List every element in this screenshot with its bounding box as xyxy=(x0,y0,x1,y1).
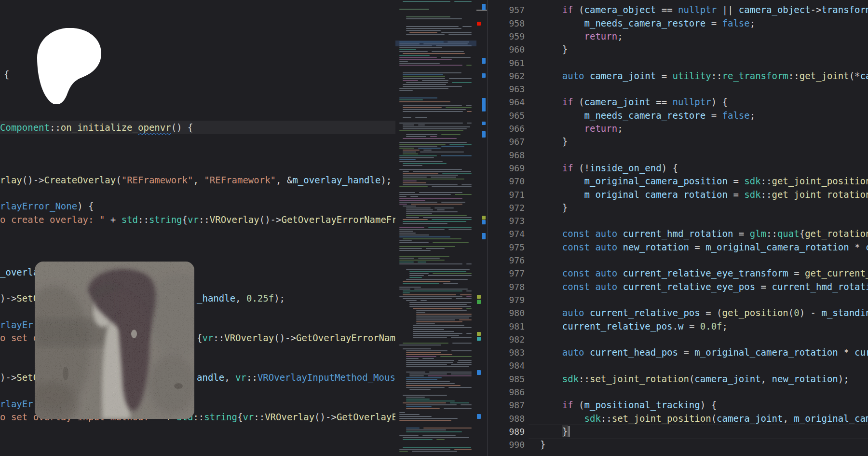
ruler-mark-green[interactable] xyxy=(477,300,481,304)
minimap[interactable] xyxy=(395,0,476,456)
line-number[interactable]: 984 xyxy=(488,359,525,372)
code-line[interactable]: o set o xyxy=(0,332,39,345)
code-line[interactable]: const auto new_rotation = m_original_cam… xyxy=(562,241,868,254)
minimap-line xyxy=(399,248,422,249)
ruler-mark-blue[interactable] xyxy=(482,58,486,64)
ruler-mark-blue[interactable] xyxy=(482,131,486,138)
line-number[interactable]: 982 xyxy=(488,333,525,346)
code-line[interactable]: } xyxy=(562,425,568,439)
line-number[interactable]: 969 xyxy=(488,162,525,175)
artwork-sketch xyxy=(35,262,194,419)
code-line[interactable]: rlay()->CreateOverlay("REFramework", "RE… xyxy=(0,174,392,187)
code-line[interactable]: if (m_positional_tracking) { xyxy=(562,399,717,412)
line-number[interactable]: 970 xyxy=(488,175,525,188)
line-number[interactable]: 978 xyxy=(488,280,525,293)
line-number[interactable]: 977 xyxy=(488,267,525,280)
code-line[interactable]: if (camera_joint == nullptr) { xyxy=(562,96,728,109)
ruler-mark-teal[interactable] xyxy=(477,337,481,341)
code-line[interactable]: auto current_head_pos = m_original_camer… xyxy=(562,346,868,359)
ruler-mark-blue[interactable] xyxy=(477,370,481,375)
ruler-mark-blue[interactable] xyxy=(482,122,486,125)
overview-ruler[interactable] xyxy=(476,0,487,456)
line-number[interactable]: 986 xyxy=(488,386,525,399)
line-number[interactable]: 974 xyxy=(488,227,525,240)
line-number[interactable]: 959 xyxy=(488,30,525,43)
code-line[interactable]: { xyxy=(4,68,9,82)
code-line[interactable]: {vr::VROverlay()->GetOverlayErrorName xyxy=(197,332,395,345)
line-number[interactable]: 967 xyxy=(488,135,525,148)
ruler-mark-blue[interactable] xyxy=(482,220,486,224)
minimap-line xyxy=(403,152,416,152)
code-line[interactable]: const auto current_hmd_rotation = glm::q… xyxy=(562,227,868,241)
line-number[interactable]: 988 xyxy=(488,412,525,425)
ruler-mark-blue[interactable] xyxy=(482,4,486,10)
line-number[interactable]: 966 xyxy=(488,122,525,135)
code-line[interactable]: } xyxy=(562,201,568,215)
code-line[interactable]: auto camera_joint = utility::re_transfor… xyxy=(562,69,868,83)
line-number[interactable]: 971 xyxy=(488,188,525,201)
line-number[interactable]: 964 xyxy=(488,96,525,109)
code-line[interactable]: return; xyxy=(584,30,623,43)
code-line[interactable]: Component::on_initialize_openvr() { xyxy=(0,121,193,135)
line-number[interactable]: 985 xyxy=(488,373,525,386)
code-line[interactable]: sdk::set_joint_position(camera_joint, m_… xyxy=(584,412,868,426)
code-token: nullptr xyxy=(678,4,717,15)
code-line[interactable]: m_needs_camera_restore = false; xyxy=(584,17,756,30)
right-editor-pane[interactable]: 9579589599609619629639649659669679689699… xyxy=(488,0,868,456)
code-line[interactable]: const auto current_relative_eye_pos = cu… xyxy=(562,280,868,294)
code-line[interactable]: rlayEr xyxy=(0,398,33,411)
ruler-mark-olive[interactable] xyxy=(477,295,481,299)
line-number[interactable]: 963 xyxy=(488,83,525,96)
code-line[interactable]: } xyxy=(562,43,568,56)
line-number[interactable]: 980 xyxy=(488,306,525,319)
code-line[interactable]: auto current_relative_pos = (get_positio… xyxy=(562,306,868,320)
line-number[interactable]: 987 xyxy=(488,399,525,412)
minimap-line xyxy=(399,236,450,237)
code-line[interactable]: return; xyxy=(584,122,623,136)
code-line[interactable]: m_needs_camera_restore = false; xyxy=(584,109,756,123)
line-number[interactable]: 960 xyxy=(488,43,525,56)
code-line[interactable]: )->SetO xyxy=(0,292,39,305)
code-token: GetOverlayErrorNameFro xyxy=(281,214,395,225)
code-line[interactable]: )->SetO xyxy=(0,371,39,385)
ruler-mark-blue[interactable] xyxy=(482,73,486,78)
ruler-mark-olive[interactable] xyxy=(477,332,481,336)
code-line[interactable]: _overla xyxy=(0,266,39,279)
code-line[interactable]: if (camera_object == nullptr || camera_o… xyxy=(562,3,868,17)
code-line[interactable]: } xyxy=(540,438,545,452)
left-editor-pane[interactable]: {Component::on_initialize_openvr() {rlay… xyxy=(0,0,395,456)
line-number[interactable]: 981 xyxy=(488,320,525,333)
line-number[interactable]: 965 xyxy=(488,109,525,122)
ruler-mark-red[interactable] xyxy=(477,22,481,26)
ruler-mark-blue[interactable] xyxy=(482,98,486,111)
ruler-mark-blue[interactable] xyxy=(482,233,486,239)
code-line[interactable]: if (!inside_on_end) { xyxy=(562,162,678,175)
line-number[interactable]: 961 xyxy=(488,56,525,69)
line-number[interactable]: 979 xyxy=(488,293,525,306)
line-number[interactable]: 989 xyxy=(488,425,525,438)
code-line[interactable]: const auto current_relative_eye_transfor… xyxy=(562,267,868,280)
line-number[interactable]: 975 xyxy=(488,241,525,254)
code-line[interactable]: rlayError_None) { xyxy=(0,200,94,213)
code-line[interactable]: m_original_camera_position = sdk::get_jo… xyxy=(584,175,868,188)
code-line[interactable]: } xyxy=(562,135,568,149)
line-number[interactable]: 968 xyxy=(488,149,525,162)
code-line[interactable]: rlayEr xyxy=(0,318,33,332)
code-line[interactable]: m_original_camera_rotation = sdk::get_jo… xyxy=(584,188,868,202)
line-number[interactable]: 962 xyxy=(488,69,525,83)
line-number[interactable]: 973 xyxy=(488,214,525,227)
line-number[interactable]: 990 xyxy=(488,438,525,451)
line-number[interactable]: 983 xyxy=(488,346,525,359)
code-line[interactable]: _handle, 0.25f); xyxy=(197,292,285,305)
ruler-mark-olive[interactable] xyxy=(482,216,486,220)
line-number[interactable]: 976 xyxy=(488,254,525,267)
code-line[interactable]: current_relative_pos.w = 0.0f; xyxy=(562,320,728,333)
code-line[interactable]: andle, vr::VROverlayInputMethod_Mouse xyxy=(197,371,395,385)
ruler-mark-blue[interactable] xyxy=(477,414,481,419)
line-number[interactable]: 957 xyxy=(488,3,525,16)
line-number[interactable]: 972 xyxy=(488,201,525,214)
text-cursor xyxy=(569,426,570,437)
code-line[interactable]: sdk::set_joint_rotation(camera_joint, ne… xyxy=(562,373,849,386)
code-line[interactable]: o create overlay: " + std::string{vr::VR… xyxy=(0,213,395,227)
line-number[interactable]: 958 xyxy=(488,17,525,30)
